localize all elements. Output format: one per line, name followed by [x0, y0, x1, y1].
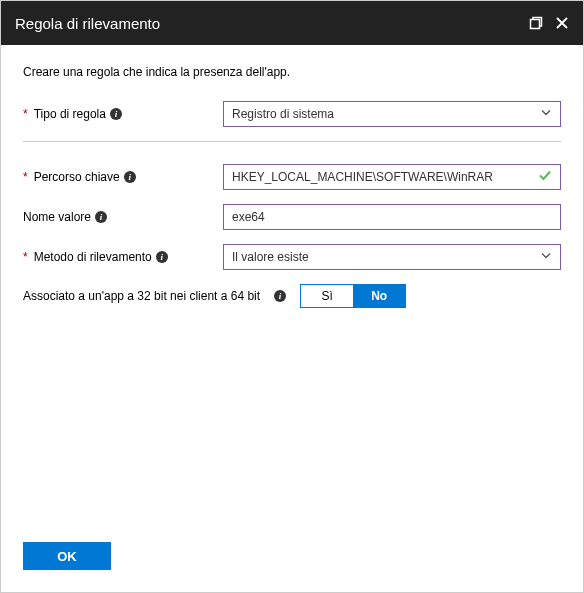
required-marker: * — [23, 250, 28, 264]
label-value-name: Nome valore i — [23, 210, 223, 224]
detection-method-label-text: Metodo di rilevamento — [34, 250, 152, 264]
header-actions — [529, 16, 569, 30]
key-path-input[interactable]: HKEY_LOCAL_MACHINE\SOFTWARE\WinRAR — [223, 164, 561, 190]
chevron-down-icon — [540, 107, 552, 122]
row-rule-type: * Tipo di regola i Registro di sistema — [23, 101, 561, 127]
value-name-value: exe64 — [232, 210, 265, 224]
toggle-yes[interactable]: Sì — [301, 285, 353, 307]
key-path-label-text: Percorso chiave — [34, 170, 120, 184]
info-icon[interactable]: i — [156, 251, 168, 263]
close-icon[interactable] — [555, 16, 569, 30]
label-detection-method: * Metodo di rilevamento i — [23, 250, 223, 264]
detection-rule-panel: Regola di rilevamento Creare una regola … — [0, 0, 584, 593]
restore-icon[interactable] — [529, 16, 543, 30]
row-key-path: * Percorso chiave i HKEY_LOCAL_MACHINE\S… — [23, 164, 561, 190]
info-icon[interactable]: i — [95, 211, 107, 223]
key-path-value: HKEY_LOCAL_MACHINE\SOFTWARE\WinRAR — [232, 170, 493, 184]
intro-text: Creare una regola che indica la presenza… — [23, 65, 561, 79]
toggle-label: Associato a un'app a 32 bit nei client a… — [23, 289, 260, 303]
svg-rect-0 — [531, 20, 540, 29]
detection-method-control: Il valore esiste — [223, 244, 561, 270]
row-detection-method: * Metodo di rilevamento i Il valore esis… — [23, 244, 561, 270]
detection-method-value: Il valore esiste — [232, 250, 309, 264]
row-32bit-toggle: Associato a un'app a 32 bit nei client a… — [23, 284, 561, 308]
yes-no-toggle: Sì No — [300, 284, 406, 308]
value-name-input[interactable]: exe64 — [223, 204, 561, 230]
panel-title: Regola di rilevamento — [15, 15, 160, 32]
row-value-name: Nome valore i exe64 — [23, 204, 561, 230]
value-name-control: exe64 — [223, 204, 561, 230]
panel-header: Regola di rilevamento — [1, 1, 583, 45]
required-marker: * — [23, 107, 28, 121]
chevron-down-icon — [540, 250, 552, 265]
ok-button[interactable]: OK — [23, 542, 111, 570]
label-rule-type: * Tipo di regola i — [23, 107, 223, 121]
info-icon[interactable]: i — [124, 171, 136, 183]
panel-body: Creare una regola che indica la presenza… — [1, 45, 583, 528]
rule-type-value: Registro di sistema — [232, 107, 334, 121]
toggle-no[interactable]: No — [353, 285, 405, 307]
rule-type-control: Registro di sistema — [223, 101, 561, 127]
detection-method-select[interactable]: Il valore esiste — [223, 244, 561, 270]
label-key-path: * Percorso chiave i — [23, 170, 223, 184]
required-marker: * — [23, 170, 28, 184]
rule-type-label-text: Tipo di regola — [34, 107, 106, 121]
panel-footer: OK — [1, 528, 583, 592]
info-icon[interactable]: i — [274, 290, 286, 302]
value-name-label-text: Nome valore — [23, 210, 91, 224]
info-icon[interactable]: i — [110, 108, 122, 120]
section-divider — [23, 141, 561, 142]
check-icon — [538, 169, 552, 186]
rule-type-select[interactable]: Registro di sistema — [223, 101, 561, 127]
key-path-control: HKEY_LOCAL_MACHINE\SOFTWARE\WinRAR — [223, 164, 561, 190]
